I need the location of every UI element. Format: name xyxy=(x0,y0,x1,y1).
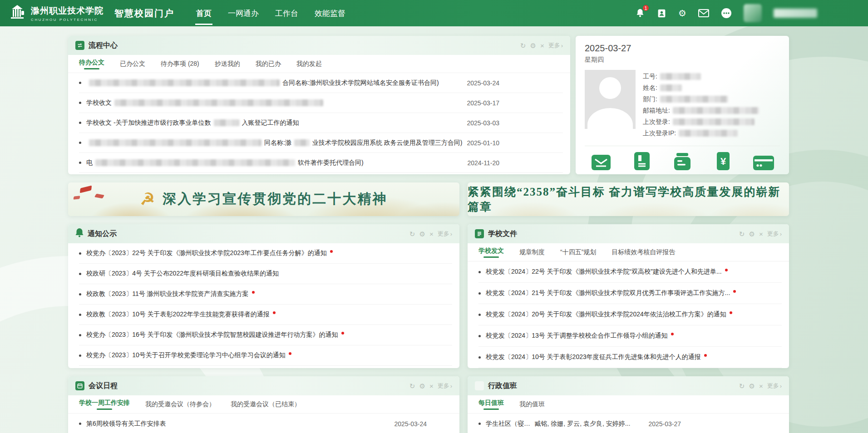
field-department: 部门: xyxy=(643,93,762,105)
list-item[interactable]: 校政教〔2023〕10号 关于表彰2022年学生技能竞赛获得者的通报 xyxy=(79,305,452,325)
item-date: 2025-03-17 xyxy=(467,99,499,107)
tab-weekly-schedule[interactable]: 学校一周工作安排 xyxy=(79,399,130,410)
close-icon[interactable]: × xyxy=(429,231,434,237)
user-name-redacted[interactable] xyxy=(774,9,817,18)
gear-icon[interactable]: ⚙ xyxy=(419,383,425,389)
tab-my-started[interactable]: 我的发起 xyxy=(296,60,322,68)
nav-item-one-stop[interactable]: 一网通办 xyxy=(227,6,260,20)
list-item[interactable]: 校党发〔2024〕10号 关于表彰2023年度征兵工作先进集体和先进个人的通报 xyxy=(478,347,782,368)
refresh-icon[interactable]: ↻ xyxy=(520,42,526,49)
close-icon[interactable]: × xyxy=(759,231,763,237)
list-item[interactable]: 校党发〔2024〕13号 关于调整学校校企合作工作领导小组的通知 xyxy=(478,325,782,347)
list-item[interactable]: 电 软件著作委托代理合同) 2024-11-20 xyxy=(79,153,563,173)
shortcut-campus-card[interactable]: 一卡通 xyxy=(749,152,778,174)
close-icon[interactable]: × xyxy=(429,383,434,389)
more-link[interactable]: 更多› xyxy=(548,41,563,49)
school-docs-card: 学校文件 ↻ ⚙ × 更多› 学校发文 规章制度 “十四五”规划 目标绩效考核自… xyxy=(468,224,789,368)
profile-main: 工号: 姓名: 部门: 邮箱地址: 上次登录: 上次登录IP: xyxy=(585,70,780,139)
list-item[interactable]: 合同名称:滁州职业技术学院网站域名安全服务证书合同) 2025-03-24 xyxy=(79,73,563,93)
item-text: 校党办〔2023〕22号 关于印发《滁州职业技术学院2023年工作要点任务分解》… xyxy=(86,249,327,257)
bullet-dot xyxy=(79,273,81,275)
list-item[interactable]: 第6周校领导有关工作安排表 2025-03-24 xyxy=(79,413,452,433)
settings-gear-icon[interactable]: ⚙ xyxy=(678,9,686,18)
item-text: 校党发〔2024〕20号 关于印发《滁州职业技术学院2024年依法治校工作方案》… xyxy=(486,310,726,319)
mail-icon[interactable] xyxy=(698,9,709,17)
tab-invited-finished[interactable]: 我的受邀会议（已结束） xyxy=(231,400,301,408)
nav-item-home[interactable]: 首页 xyxy=(195,6,212,20)
nav-item-workbench[interactable]: 工作台 xyxy=(274,6,299,20)
unread-dot xyxy=(730,311,732,314)
field-label: 上次登录: xyxy=(643,118,670,126)
red-flag-decoration xyxy=(94,194,104,198)
list-item[interactable]: 同名称:滁 业技术学院校园应用系统 政务云使用及管理三方合同) 2025-01-… xyxy=(79,133,563,153)
notification-bell-icon[interactable]: 1 xyxy=(635,8,645,18)
tab-my-done[interactable]: 我的已办 xyxy=(256,60,281,68)
list-item[interactable]: 校党办〔2023〕22号 关于印发《滁州职业技术学院2023年工作要点任务分解》… xyxy=(79,243,452,264)
tab-done-docs[interactable]: 已办公文 xyxy=(120,60,145,68)
list-item[interactable]: 校党办〔2023〕10号关于召开学校党委理论学习中心组学习会议的通知 xyxy=(79,345,452,366)
more-label: 更多 xyxy=(438,382,449,390)
list-item[interactable]: 校党办〔2023〕16号 关于印发《滁州职业技术学院智慧校园建设推进年行动方案》… xyxy=(79,325,452,345)
tab-my-duty[interactable]: 我的值班 xyxy=(519,400,545,408)
banner-text: 深入学习宣传贯彻党的二十大精神 xyxy=(163,191,387,206)
more-link[interactable]: 更多› xyxy=(438,382,452,390)
shortcut-my-mail[interactable]: 我的邮件 xyxy=(587,152,616,174)
profile-fields: 工号: 姓名: 部门: 邮箱地址: 上次登录: 上次登录IP: xyxy=(643,70,762,139)
contacts-icon[interactable] xyxy=(657,9,666,18)
duty-card: 行政值班 ↻ ⚙ × 更多› 每日值班 我的值班 学生社区（寝室）值班 臧铭, … xyxy=(468,376,789,433)
shortcut-library[interactable]: 图书借阅 xyxy=(627,152,656,174)
party-spirit-banner[interactable]: ☭深入学习宣传贯彻党的二十大精神 xyxy=(68,182,459,216)
banner-text: 紧紧围绕“2358”奋斗目标 奋力谱写学校高质量发展的崭新篇章 xyxy=(468,184,789,214)
close-icon[interactable]: × xyxy=(540,42,544,49)
tab-todo-items[interactable]: 待办事项 (28) xyxy=(161,60,199,68)
card-controls: ↻ ⚙ × 更多› xyxy=(739,382,782,390)
list-item[interactable]: 学校收文 2025-03-17 xyxy=(79,93,563,113)
list-item[interactable]: 学校收文 -关于加快推进市级行政事业单位数 入账登记工作的通知 2025-03-… xyxy=(79,113,563,133)
more-link[interactable]: 更多› xyxy=(767,230,782,238)
redacted-text xyxy=(114,99,323,106)
list-item[interactable]: 校党发〔2024〕22号 关于印发《滁州职业技术学院“双高校”建设先进个人和先进… xyxy=(478,261,782,283)
redacted-text xyxy=(214,119,239,126)
tab-invited-upcoming[interactable]: 我的受邀会议（待参会） xyxy=(145,400,215,408)
item-date: 2025-03-24 xyxy=(467,79,499,87)
list-item[interactable]: 校政教〔2023〕11号 滁州职业技术学院资产清查实施方案 xyxy=(79,284,452,305)
list-item[interactable]: 校政研〔2023〕4号 关于公布2022年度科研项目检查验收结果的通知 xyxy=(79,264,452,284)
tab-14th-plan[interactable]: “十四五”规划 xyxy=(560,248,596,256)
card-controls: ↻ ⚙ × 更多› xyxy=(520,41,563,49)
close-icon[interactable]: × xyxy=(759,383,763,389)
tab-regulations[interactable]: 规章制度 xyxy=(519,248,545,256)
gear-icon[interactable]: ⚙ xyxy=(530,42,536,49)
refresh-icon[interactable]: ↻ xyxy=(409,231,415,237)
redacted-text xyxy=(89,139,261,146)
redacted-value xyxy=(673,107,759,114)
gear-icon[interactable]: ⚙ xyxy=(749,231,755,237)
more-ellipsis-icon[interactable] xyxy=(721,8,732,19)
bullet-dot xyxy=(79,334,81,336)
tab-daily-duty[interactable]: 每日值班 xyxy=(478,399,504,410)
school-docs-header: 学校文件 ↻ ⚙ × 更多› xyxy=(468,224,789,243)
list-item[interactable]: 校党发〔2024〕21号 关于印发《滁州职业技术学院双月优秀工作事项评选工作实施… xyxy=(478,283,782,304)
refresh-icon[interactable]: ↻ xyxy=(739,231,745,237)
brand: 滁州职业技术学院 CHUZHOU POLYTECHNIC 智慧校园门户 xyxy=(8,3,174,23)
gear-icon[interactable]: ⚙ xyxy=(749,383,755,389)
refresh-icon[interactable]: ↻ xyxy=(739,383,745,389)
red-flag-decoration xyxy=(80,186,92,193)
user-avatar[interactable] xyxy=(744,4,762,22)
tab-performance-report[interactable]: 目标绩效考核自评报告 xyxy=(612,248,675,256)
list-item[interactable]: 校党发〔2024〕20号 关于印发《滁州职业技术学院2024年依法治校工作方案》… xyxy=(478,304,782,325)
tab-school-issued[interactable]: 学校发文 xyxy=(478,247,504,258)
salary-icon: ¥ xyxy=(716,152,730,170)
tab-cc-me[interactable]: 抄送我的 xyxy=(215,60,240,68)
more-link[interactable]: 更多› xyxy=(438,230,452,238)
shortcut-my-salary[interactable]: ¥ 我的工资 xyxy=(709,152,738,174)
item-text: 电 xyxy=(86,159,93,167)
gear-icon[interactable]: ⚙ xyxy=(419,231,425,237)
list-item[interactable]: 学生社区（寝室）值班 臧铭, 徐姗, 罗云, 袁夕良, 安婷婷... 2025-… xyxy=(478,413,782,433)
tab-todo-docs[interactable]: 待办公文 xyxy=(79,59,104,69)
bullet-dot xyxy=(478,335,481,337)
more-link[interactable]: 更多› xyxy=(767,382,782,390)
goal-2358-banner[interactable]: 紧紧围绕“2358”奋斗目标 奋力谱写学校高质量发展的崭新篇章 xyxy=(468,182,789,216)
refresh-icon[interactable]: ↻ xyxy=(409,383,415,389)
nav-item-efficiency[interactable]: 效能监督 xyxy=(314,6,346,20)
shortcut-my-courses[interactable]: 我的课程 xyxy=(668,152,697,174)
